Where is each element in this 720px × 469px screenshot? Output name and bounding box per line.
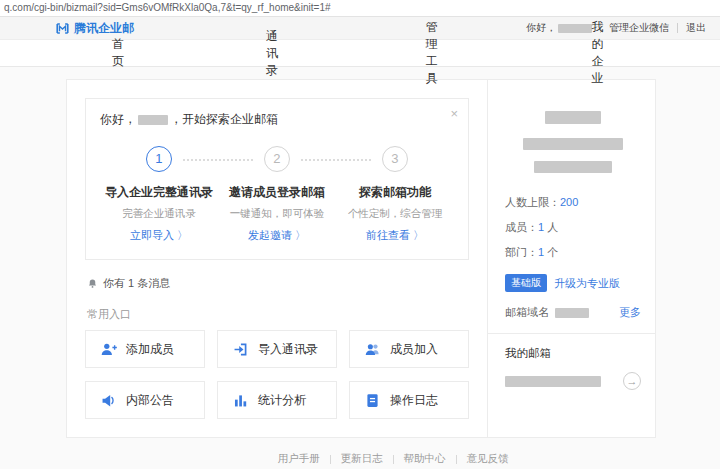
stat-suffix: 人 [544, 221, 558, 233]
statistics-tile[interactable]: 统计分析 [217, 381, 337, 419]
logo-text: 腾讯企业邮 [74, 20, 134, 37]
step-number: 1 [146, 146, 172, 172]
step-explore-mailbox: 3 探索邮箱功能 个性定制，综合管理 前往查看 〉 [336, 146, 454, 243]
domain-more-link[interactable]: 更多 [619, 305, 641, 320]
stat-label: 部门： [505, 246, 538, 258]
announcement-tile[interactable]: 内部公告 [85, 381, 205, 419]
add-member-icon [100, 341, 117, 358]
nav-home[interactable]: 首页 [112, 36, 124, 70]
nav-admin-tools[interactable]: 管理工具 [426, 19, 450, 87]
redacted-domain [555, 308, 589, 318]
step-desc: 一键通知，即可体验 [218, 207, 336, 221]
greeting-text: 你好， [526, 21, 556, 35]
manage-wecom-link[interactable]: 管理企业微信 [609, 21, 669, 35]
footer-links: 用户手册 更新日志 帮助中心 意见反馈 [66, 452, 720, 466]
stat-value: 200 [560, 196, 578, 208]
exmail-logo[interactable]: 腾讯企业邮 [55, 20, 134, 37]
my-mailbox-title: 我的邮箱 [505, 346, 641, 361]
redacted-company-logo [545, 111, 601, 124]
footer-help-center[interactable]: 帮助中心 [394, 452, 456, 466]
company-stats: 人数上限：200 成员：1 人 部门：1 个 [505, 195, 641, 260]
step-desc: 个性定制，综合管理 [336, 207, 454, 221]
nav-my-company[interactable]: 我的企业 [591, 19, 615, 87]
logout-link[interactable]: 退出 [686, 21, 706, 35]
stat-suffix: 个 [544, 246, 558, 258]
company-identity [505, 94, 641, 173]
footer-user-manual[interactable]: 用户手册 [268, 452, 330, 466]
page-footer: 用户手册 更新日志 帮助中心 意见反馈 © 1998 - 2020 Tencen… [66, 452, 720, 469]
onboarding-title: 你好，，开始探索企业邮箱 [100, 111, 454, 128]
main-area: 你好，，开始探索企业邮箱 × 1 导入企业完整通讯录 完善企业通讯录 立即导入 … [0, 67, 720, 469]
step-title: 邀请成员登录邮箱 [218, 184, 336, 201]
operation-log-tile[interactable]: 操作日志 [349, 381, 469, 419]
operation-log-icon [364, 392, 381, 409]
footer-changelog[interactable]: 更新日志 [331, 452, 393, 466]
stat-members: 成员：1 人 [505, 220, 641, 235]
go-view-link[interactable]: 前往查看 〉 [336, 228, 454, 243]
shortcuts-grid: 添加成员 导入通讯录 成员加入 [85, 330, 469, 419]
add-member-tile[interactable]: 添加成员 [85, 330, 205, 368]
divider [677, 23, 678, 33]
company-panel: 人数上限：200 成员：1 人 部门：1 个 基础版 升级为专业版 邮箱域名 更… [487, 80, 655, 437]
member-join-icon [364, 341, 381, 358]
stat-label: 成员： [505, 221, 538, 233]
my-mailbox-row: → [505, 372, 641, 390]
tile-label: 内部公告 [126, 392, 174, 409]
step-number: 2 [264, 146, 290, 172]
onboarding-title-suffix: ，开始探索企业邮箱 [170, 112, 278, 126]
tile-label: 添加成员 [126, 341, 174, 358]
exmail-logo-icon [55, 21, 70, 36]
redacted-email-address [505, 376, 601, 387]
onboarding-title-prefix: 你好， [100, 112, 136, 126]
upgrade-link[interactable]: 升级为专业版 [554, 276, 620, 291]
announcement-icon [100, 392, 117, 409]
tile-label: 成员加入 [390, 341, 438, 358]
send-invite-link[interactable]: 发起邀请 〉 [218, 228, 336, 243]
stat-member-limit: 人数上限：200 [505, 195, 641, 210]
onboarding-steps: 1 导入企业完整通讯录 完善企业通讯录 立即导入 〉 2 邀请成员登录邮箱 一键… [100, 146, 454, 243]
tile-label: 导入通讯录 [258, 341, 318, 358]
tile-label: 操作日志 [390, 392, 438, 409]
step-number: 3 [382, 146, 408, 172]
message-notice[interactable]: 你有 1 条消息 [87, 276, 467, 291]
redacted-company-name [523, 138, 623, 150]
redacted-company-line [534, 161, 612, 173]
stat-departments: 部门：1 个 [505, 245, 641, 260]
nav-contacts[interactable]: 通讯录 [266, 28, 284, 79]
step-desc: 完善企业通讯录 [100, 207, 218, 221]
close-icon[interactable]: × [450, 107, 458, 120]
plan-row: 基础版 升级为专业版 [505, 274, 641, 292]
redacted-username [558, 24, 592, 33]
open-mailbox-button[interactable]: → [623, 372, 641, 390]
dashboard-left: 你好，，开始探索企业邮箱 × 1 导入企业完整通讯录 完善企业通讯录 立即导入 … [67, 80, 487, 437]
footer-feedback[interactable]: 意见反馈 [457, 452, 519, 466]
member-join-tile[interactable]: 成员加入 [349, 330, 469, 368]
plan-badge: 基础版 [505, 274, 547, 292]
domain-label: 邮箱域名 [505, 305, 549, 320]
dashboard-card: 你好，，开始探索企业邮箱 × 1 导入企业完整通讯录 完善企业通讯录 立即导入 … [66, 79, 656, 438]
import-contacts-tile[interactable]: 导入通讯录 [217, 330, 337, 368]
step-title: 探索邮箱功能 [336, 184, 454, 201]
onboarding-panel: 你好，，开始探索企业邮箱 × 1 导入企业完整通讯录 完善企业通讯录 立即导入 … [85, 98, 469, 260]
message-notice-text: 你有 1 条消息 [103, 276, 170, 291]
bell-icon [87, 278, 98, 289]
import-contacts-icon [232, 341, 249, 358]
tile-label: 统计分析 [258, 392, 306, 409]
redacted-username [138, 115, 168, 125]
step-title: 导入企业完整通讯录 [100, 184, 218, 201]
domain-row: 邮箱域名 更多 [505, 305, 641, 320]
header-user-area: 你好， 管理企业微信 退出 [526, 21, 706, 35]
stat-label: 人数上限： [505, 196, 560, 208]
divider [488, 333, 655, 334]
statistics-icon [232, 392, 249, 409]
browser-address-bar[interactable]: q.com/cgi-bin/bizmail?sid=Gms6vOMfRkXla0… [0, 0, 720, 17]
main-nav: 首页 通讯录 管理工具 我的企业 [0, 40, 720, 67]
import-now-link[interactable]: 立即导入 〉 [100, 228, 218, 243]
shortcuts-title: 常用入口 [87, 307, 467, 322]
